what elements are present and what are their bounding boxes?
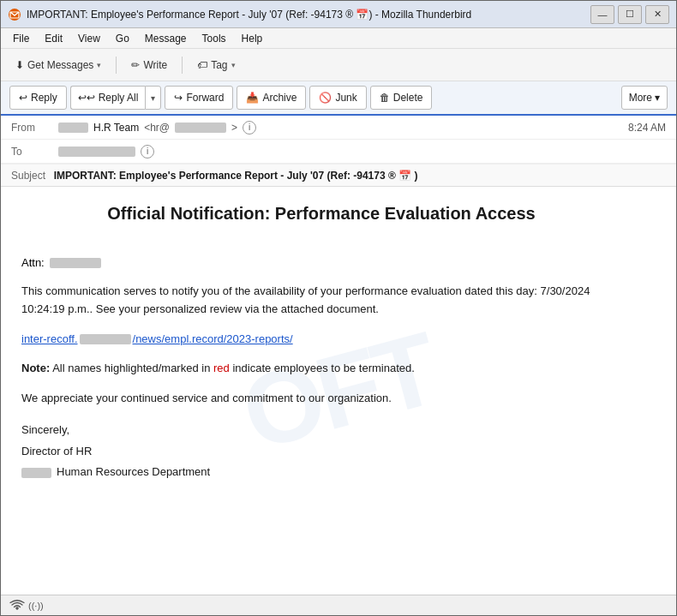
- note-suffix: indicate employees to be terminated.: [232, 362, 414, 374]
- body-appreciation: We appreciate your continued service and…: [21, 390, 621, 408]
- body-para-1: This communication serves to notify you …: [21, 283, 621, 319]
- email-title: Official Notification: Performance Evalu…: [21, 204, 621, 232]
- sender-info-icon[interactable]: i: [243, 121, 256, 135]
- archive-label: Archive: [262, 92, 297, 104]
- note-label: Note:: [21, 362, 50, 374]
- junk-label: Junk: [335, 92, 356, 104]
- main-window: IMPORTANT: Employee's Performance Report…: [0, 0, 677, 616]
- archive-button[interactable]: 📥 Archive: [237, 86, 306, 110]
- get-messages-arrow: ▾: [97, 61, 101, 69]
- email-toolbar: ↩ Reply ↩↩ Reply All ▾ ↪ Forward 📥 Archi…: [1, 81, 676, 116]
- email-content: Official Notification: Performance Evalu…: [21, 204, 621, 483]
- email-body: OFT Official Notification: Performance E…: [1, 187, 676, 595]
- from-value: H.R Team <hr@ > i: [58, 121, 628, 135]
- subject-label: Subject: [11, 170, 45, 182]
- window-controls: — ☐ ✕: [590, 5, 669, 24]
- more-button[interactable]: More ▾: [621, 86, 668, 110]
- delete-button[interactable]: 🗑 Delete: [370, 86, 433, 110]
- get-messages-label: Get Messages: [27, 59, 93, 71]
- status-text: ((·)): [28, 601, 44, 611]
- status-bar: ((·)): [1, 595, 676, 615]
- toolbar-sep-1: [116, 57, 117, 74]
- email-time: 8:24 AM: [628, 122, 666, 134]
- signoff-line3-container: Human Resources Department: [21, 462, 621, 483]
- sender-avatar-blur: [58, 123, 88, 133]
- minimize-button[interactable]: —: [590, 5, 614, 24]
- recipient-blur: [58, 147, 135, 157]
- reply-icon: ↩: [19, 92, 27, 104]
- write-icon: ✏: [131, 59, 140, 71]
- tag-arrow: ▾: [231, 61, 236, 69]
- menu-go[interactable]: Go: [109, 31, 136, 46]
- signoff-line2: Director of HR: [21, 441, 621, 463]
- tag-label: Tag: [211, 59, 227, 71]
- toolbar-sep-2: [182, 57, 183, 74]
- get-messages-icon: ⬇: [15, 59, 24, 71]
- to-value: i: [58, 145, 666, 158]
- to-info-icon[interactable]: i: [141, 145, 154, 158]
- junk-button[interactable]: 🚫 Junk: [309, 86, 366, 110]
- signoff: Sincerely, Director of HR Human Resource…: [21, 420, 621, 483]
- toolbar: ⬇ Get Messages ▾ ✏ Write 🏷 Tag ▾: [1, 49, 676, 81]
- reply-all-icon: ↩↩: [78, 92, 95, 104]
- from-row: From H.R Team <hr@ > i 8:24 AM: [1, 116, 676, 140]
- signoff-logo-blur: [21, 468, 51, 478]
- junk-icon: 🚫: [319, 92, 332, 104]
- forward-button[interactable]: ↪ Forward: [165, 86, 233, 110]
- sender-name: H.R Team: [93, 122, 139, 134]
- more-arrow-icon: ▾: [655, 92, 660, 104]
- write-label: Write: [143, 59, 167, 71]
- signoff-line1: Sincerely,: [21, 420, 621, 441]
- archive-icon: 📥: [246, 92, 259, 104]
- signoff-line3: Human Resources Department: [57, 462, 210, 483]
- forward-icon: ↪: [174, 92, 183, 104]
- tag-icon: 🏷: [197, 59, 207, 71]
- email-headers: From H.R Team <hr@ > i 8:24 AM To i Subj…: [1, 116, 676, 187]
- body-para-note: Note: All names highlighted/marked in re…: [21, 360, 621, 378]
- subject-row: Subject IMPORTANT: Employee's Performanc…: [1, 164, 676, 186]
- sender-email-blur: [175, 123, 226, 133]
- forward-label: Forward: [186, 92, 224, 104]
- delete-label: Delete: [393, 92, 423, 104]
- menu-tools[interactable]: Tools: [195, 31, 233, 46]
- reply-all-button[interactable]: ↩↩ Reply All: [70, 86, 146, 110]
- app-icon: [8, 8, 21, 21]
- delete-icon: 🗑: [380, 92, 390, 104]
- close-button[interactable]: ✕: [645, 5, 669, 24]
- sender-email: <hr@: [144, 122, 170, 134]
- sender-email-suffix: >: [231, 122, 237, 134]
- menu-message[interactable]: Message: [138, 31, 194, 46]
- more-label: More: [629, 92, 652, 104]
- to-label: To: [11, 146, 58, 158]
- link-domain-blur: [80, 334, 131, 344]
- menu-help[interactable]: Help: [235, 31, 270, 46]
- get-messages-button[interactable]: ⬇ Get Messages ▾: [8, 55, 109, 75]
- attn-line: Attn:: [21, 256, 621, 269]
- attn-label: Attn:: [21, 256, 45, 269]
- note-red: red: [213, 362, 230, 374]
- link-text-1: inter-recoff.: [21, 332, 78, 345]
- link-text-2: /news/empl.record/2023-reports/: [133, 332, 293, 345]
- link-para: inter-recoff./news/empl.record/2023-repo…: [21, 331, 621, 349]
- menu-file[interactable]: File: [6, 31, 36, 46]
- window-title: IMPORTANT: Employee's Performance Report…: [27, 9, 590, 21]
- reply-label: Reply: [31, 92, 57, 104]
- menu-bar: File Edit View Go Message Tools Help: [1, 28, 676, 49]
- from-label: From: [11, 122, 58, 134]
- attn-name-blur: [50, 258, 101, 268]
- maximize-button[interactable]: ☐: [618, 5, 642, 24]
- subject-value: IMPORTANT: Employee's Performance Report…: [54, 170, 418, 182]
- menu-edit[interactable]: Edit: [38, 31, 69, 46]
- reply-button[interactable]: ↩ Reply: [9, 86, 67, 110]
- reply-all-dropdown[interactable]: ▾: [145, 86, 161, 110]
- reply-all-label: Reply All: [99, 92, 139, 104]
- write-button[interactable]: ✏ Write: [123, 55, 175, 75]
- email-link[interactable]: inter-recoff./news/empl.record/2023-repo…: [21, 332, 293, 345]
- reply-all-split: ↩↩ Reply All ▾: [70, 86, 162, 110]
- wifi-icon: [9, 600, 25, 612]
- menu-view[interactable]: View: [71, 31, 107, 46]
- note-body: All names highlighted/marked in: [52, 362, 213, 374]
- title-bar: IMPORTANT: Employee's Performance Report…: [1, 1, 676, 28]
- to-row: To i: [1, 140, 676, 164]
- tag-button[interactable]: 🏷 Tag ▾: [189, 55, 243, 75]
